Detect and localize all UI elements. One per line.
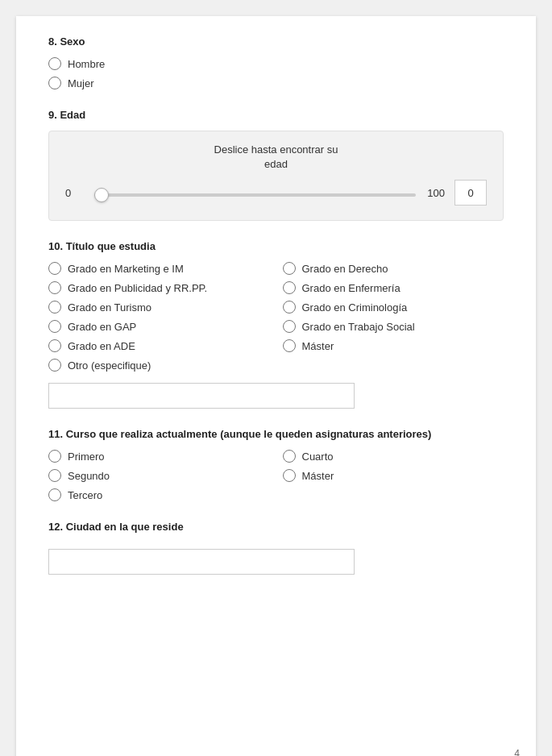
slider-min-label: 0 <box>65 187 85 199</box>
slider-row: 0 100 0 <box>65 180 487 206</box>
option-tercero-label: Tercero <box>68 489 102 501</box>
slider-value-display: 0 <box>454 180 487 206</box>
q11-spacer <box>283 488 504 501</box>
option-master-q11-label: Máster <box>302 470 334 482</box>
option-mujer-label: Mujer <box>68 77 94 89</box>
question-9-label: 9. Edad <box>48 109 504 121</box>
option-otro[interactable]: Otro (especifique) <box>48 359 270 372</box>
radio-master-q10[interactable] <box>283 339 296 352</box>
radio-derecho[interactable] <box>283 262 296 275</box>
radio-master-q11[interactable] <box>283 469 296 482</box>
radio-trabajo-social[interactable] <box>283 320 296 333</box>
age-slider[interactable] <box>94 193 416 197</box>
option-publicidad[interactable]: Grado en Publicidad y RR.PP. <box>48 281 270 294</box>
option-tercero[interactable]: Tercero <box>48 488 270 501</box>
slider-title-line1: Deslice hasta encontrar su <box>214 143 338 156</box>
question-9-section: 9. Edad Deslice hasta encontrar su edad … <box>48 109 504 221</box>
option-criminologia[interactable]: Grado en Criminología <box>283 301 504 314</box>
radio-ade[interactable] <box>48 339 61 352</box>
slider-max-label: 100 <box>425 187 445 199</box>
option-ade[interactable]: Grado en ADE <box>48 339 270 352</box>
otro-spacer <box>283 359 504 372</box>
radio-marketing[interactable] <box>48 262 61 275</box>
question-8-section: 8. Sexo Hombre Mujer <box>48 35 504 89</box>
question-11-options: Primero Cuarto Segundo Máster Tercero <box>48 450 504 501</box>
slider-title: Deslice hasta encontrar su edad <box>65 143 487 172</box>
option-primero[interactable]: Primero <box>48 450 270 463</box>
question-10-options: Grado en Marketing e IM Grado en Derecho… <box>48 262 504 372</box>
question-11-section: 11. Curso que realiza actualmente (aunqu… <box>48 428 504 501</box>
option-turismo-label: Grado en Turismo <box>68 301 151 314</box>
option-cuarto-label: Cuarto <box>302 451 334 463</box>
age-slider-container: Deslice hasta encontrar su edad 0 100 0 <box>48 131 504 221</box>
option-enfermeria-label: Grado en Enfermería <box>302 282 401 294</box>
page-number: 4 <box>514 748 520 756</box>
question-10-label: 10. Título que estudia <box>48 240 504 252</box>
option-ade-label: Grado en ADE <box>68 340 135 352</box>
option-segundo-label: Segundo <box>68 470 110 482</box>
option-primero-label: Primero <box>68 451 105 463</box>
ciudad-input[interactable] <box>48 549 355 575</box>
option-marketing-label: Grado en Marketing e IM <box>68 263 184 275</box>
option-mujer[interactable]: Mujer <box>48 77 504 89</box>
option-master-q11[interactable]: Máster <box>283 469 504 482</box>
form-page: 8. Sexo Hombre Mujer 9. Edad Deslice has… <box>16 16 536 756</box>
radio-criminologia[interactable] <box>283 301 296 314</box>
option-derecho-label: Grado en Derecho <box>302 263 388 275</box>
option-otro-label: Otro (especifique) <box>68 359 151 372</box>
otro-text-input[interactable] <box>48 383 355 409</box>
question-11-label: 11. Curso que realiza actualmente (aunqu… <box>48 428 504 440</box>
option-master-q10[interactable]: Máster <box>283 339 504 352</box>
option-trabajo-social-label: Grado en Trabajo Social <box>302 321 415 333</box>
option-turismo[interactable]: Grado en Turismo <box>48 301 270 314</box>
option-derecho[interactable]: Grado en Derecho <box>283 262 504 275</box>
radio-cuarto[interactable] <box>283 450 296 463</box>
slider-wrapper <box>94 187 416 199</box>
option-enfermeria[interactable]: Grado en Enfermería <box>283 281 504 294</box>
radio-enfermeria[interactable] <box>283 281 296 294</box>
radio-publicidad[interactable] <box>48 281 61 294</box>
option-segundo[interactable]: Segundo <box>48 469 270 482</box>
radio-otro[interactable] <box>48 359 61 372</box>
radio-gap[interactable] <box>48 320 61 333</box>
radio-hombre[interactable] <box>48 57 61 70</box>
question-8-options: Hombre Mujer <box>48 57 504 89</box>
question-12-section: 12. Ciudad en la que reside <box>48 521 504 575</box>
option-master-q10-label: Máster <box>302 340 334 352</box>
radio-turismo[interactable] <box>48 301 61 314</box>
option-gap-label: Grado en GAP <box>68 321 136 333</box>
radio-primero[interactable] <box>48 450 61 463</box>
radio-mujer[interactable] <box>48 77 61 89</box>
option-cuarto[interactable]: Cuarto <box>283 450 504 463</box>
radio-tercero[interactable] <box>48 488 61 501</box>
option-hombre[interactable]: Hombre <box>48 57 504 70</box>
option-trabajo-social[interactable]: Grado en Trabajo Social <box>283 320 504 333</box>
option-marketing[interactable]: Grado en Marketing e IM <box>48 262 270 275</box>
option-hombre-label: Hombre <box>68 58 105 70</box>
slider-title-line2: edad <box>264 158 288 170</box>
question-10-section: 10. Título que estudia Grado en Marketin… <box>48 240 504 409</box>
option-publicidad-label: Grado en Publicidad y RR.PP. <box>68 282 207 294</box>
option-criminologia-label: Grado en Criminología <box>302 301 408 314</box>
option-gap[interactable]: Grado en GAP <box>48 320 270 333</box>
question-12-label: 12. Ciudad en la que reside <box>48 521 504 533</box>
radio-segundo[interactable] <box>48 469 61 482</box>
otro-input-wrapper <box>48 376 504 409</box>
question-8-label: 8. Sexo <box>48 35 504 48</box>
